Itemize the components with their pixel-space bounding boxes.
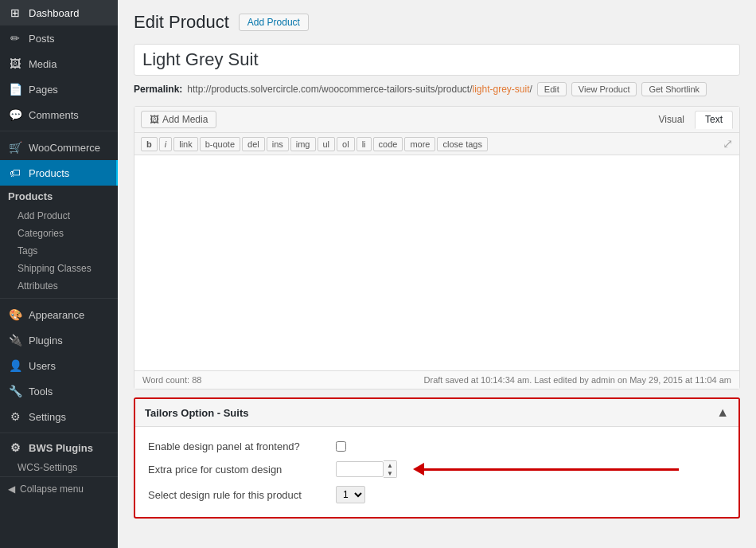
add-media-icon: 🖼 <box>150 114 159 125</box>
fmt-close-tags[interactable]: close tags <box>437 137 488 151</box>
sidebar: ⊞ Dashboard ✏ Posts 🖼 Media 📄 Pages 💬 Co… <box>0 0 118 548</box>
sidebar-item-woocommerce[interactable]: 🛒 WooCommerce <box>0 135 118 160</box>
fmt-bquote[interactable]: b-quote <box>200 137 240 151</box>
bws-plugins-item[interactable]: ⚙ BWS Plugins <box>0 436 118 459</box>
extra-price-input[interactable] <box>336 461 384 477</box>
edit-permalink-button[interactable]: Edit <box>537 82 567 96</box>
tailors-box-title: Tailors Option - Suits <box>145 407 248 419</box>
page-title: Edit Product <box>134 12 229 33</box>
sidebar-item-users[interactable]: 👤 Users <box>0 353 118 378</box>
formatting-bar: b i link b-quote del ins img ul ol li co… <box>134 133 739 155</box>
red-arrow-head <box>413 463 424 476</box>
sidebar-item-products[interactable]: 🏷 Products <box>0 160 118 186</box>
select-rule-dropdown[interactable]: 1 2 3 4 <box>336 486 365 503</box>
editor-tabs: Visual Text <box>649 111 733 128</box>
red-arrow-line <box>424 468 679 471</box>
fmt-img[interactable]: img <box>290 137 316 151</box>
select-rule-label: Select design rule for this product <box>148 489 331 501</box>
sidebar-sub-categories[interactable]: Categories <box>0 225 118 242</box>
enable-design-checkbox[interactable] <box>336 441 346 452</box>
enable-design-label: Enable design panel at frontend? <box>148 440 331 452</box>
sidebar-item-label: Appearance <box>29 309 84 321</box>
sidebar-sub-label: Shipping Classes <box>18 263 92 274</box>
editor-body[interactable] <box>134 155 739 370</box>
sidebar-sub-add-product[interactable]: Add Product <box>0 207 118 225</box>
sidebar-item-label: Tools <box>29 386 53 397</box>
posts-icon: ✏ <box>8 32 22 45</box>
dashboard-icon: ⊞ <box>8 6 22 19</box>
collapse-label: Collapse menu <box>20 483 84 495</box>
word-count: Word count: 88 <box>142 375 201 385</box>
sidebar-item-label: Dashboard <box>29 7 80 19</box>
sidebar-item-settings[interactable]: ⚙ Settings <box>0 404 118 429</box>
fmt-italic[interactable]: i <box>159 137 172 151</box>
permalink-label: Permalink: <box>134 84 182 95</box>
view-product-button[interactable]: View Product <box>571 82 637 96</box>
tools-icon: 🔧 <box>8 385 22 397</box>
permalink-base-url: http://products.solvercircle.com/woocomm… <box>187 84 532 95</box>
fmt-ul[interactable]: ul <box>318 137 336 151</box>
sidebar-item-label: Posts <box>29 33 55 45</box>
product-title-input[interactable] <box>134 44 740 76</box>
sidebar-item-label: WooCommerce <box>29 142 100 154</box>
products-sub-label: Products <box>8 190 53 202</box>
add-media-button[interactable]: 🖼 Add Media <box>141 111 216 128</box>
sidebar-sub-label: Add Product <box>18 210 70 221</box>
fmt-code[interactable]: code <box>373 137 403 151</box>
sidebar-item-tools[interactable]: 🔧 Tools <box>0 378 118 404</box>
sidebar-sub-label: Tags <box>18 245 37 256</box>
tab-text[interactable]: Text <box>695 111 733 129</box>
editor-container: 🖼 Add Media Visual Text b i link b-quote… <box>134 106 740 389</box>
fmt-del[interactable]: del <box>242 137 265 151</box>
sidebar-item-comments[interactable]: 💬 Comments <box>0 102 118 127</box>
fmt-bold[interactable]: b <box>141 137 158 151</box>
sidebar-item-plugins[interactable]: 🔌 Plugins <box>0 327 118 353</box>
editor-footer: Word count: 88 Draft saved at 10:14:34 a… <box>134 370 739 389</box>
spinner-up-button[interactable]: ▲ <box>384 461 396 469</box>
extra-price-spinner: ▲ ▼ <box>336 460 397 478</box>
sidebar-item-appearance[interactable]: 🎨 Appearance <box>0 302 118 327</box>
sidebar-sub-label: Categories <box>18 228 64 239</box>
sidebar-item-label: Pages <box>29 84 58 96</box>
spinner-down-button[interactable]: ▼ <box>384 469 396 477</box>
fmt-more[interactable]: more <box>404 137 435 151</box>
get-shortlink-button[interactable]: Get Shortlink <box>641 82 707 96</box>
expand-editor-button[interactable]: ⤢ <box>723 136 733 151</box>
woocommerce-icon: 🛒 <box>8 141 22 154</box>
sidebar-item-pages[interactable]: 📄 Pages <box>0 76 118 102</box>
select-rule-row: Select design rule for this product 1 2 … <box>148 482 726 507</box>
bws-label: BWS Plugins <box>29 442 93 454</box>
fmt-ins[interactable]: ins <box>267 137 289 151</box>
sidebar-item-label: Products <box>29 167 69 179</box>
tailors-option-box: Tailors Option - Suits ▲ Enable design p… <box>134 397 740 519</box>
fmt-link[interactable]: link <box>173 137 198 151</box>
sidebar-item-label: Plugins <box>29 335 63 346</box>
collapse-menu-button[interactable]: ◀ Collapse menu <box>0 476 118 501</box>
tailors-box-header: Tailors Option - Suits ▲ <box>135 399 738 427</box>
appearance-icon: 🎨 <box>8 308 22 321</box>
fmt-ol[interactable]: ol <box>337 137 355 151</box>
sidebar-item-posts[interactable]: ✏ Posts <box>0 25 118 51</box>
sidebar-item-label: Settings <box>29 411 66 423</box>
red-arrow-indicator <box>413 463 679 476</box>
sidebar-item-media[interactable]: 🖼 Media <box>0 51 118 76</box>
sidebar-sub-attributes[interactable]: Attributes <box>0 277 118 295</box>
users-icon: 👤 <box>8 359 22 372</box>
editor-top-toolbar: 🖼 Add Media Visual Text <box>134 107 739 133</box>
sidebar-item-label: Media <box>29 58 57 70</box>
sidebar-sub-shipping-classes[interactable]: Shipping Classes <box>0 260 118 277</box>
tab-visual[interactable]: Visual <box>649 111 695 128</box>
tailors-box-toggle-button[interactable]: ▲ <box>716 405 729 420</box>
tailors-box-body: Enable design panel at frontend? Extra p… <box>135 427 738 517</box>
sidebar-item-label: Comments <box>29 109 79 121</box>
main-content: Edit Product Add Product Permalink: http… <box>118 0 756 548</box>
fmt-li[interactable]: li <box>357 137 372 151</box>
sidebar-sub-tags[interactable]: Tags <box>0 242 118 260</box>
extra-price-label: Extra price for custom design <box>148 464 331 476</box>
add-product-header-button[interactable]: Add Product <box>239 14 309 31</box>
sidebar-item-dashboard[interactable]: ⊞ Dashboard <box>0 0 118 25</box>
wcs-settings-item[interactable]: WCS-Settings <box>0 459 118 476</box>
plugins-icon: 🔌 <box>8 334 22 346</box>
products-section-header: Products <box>0 186 118 207</box>
pages-icon: 📄 <box>8 83 22 96</box>
